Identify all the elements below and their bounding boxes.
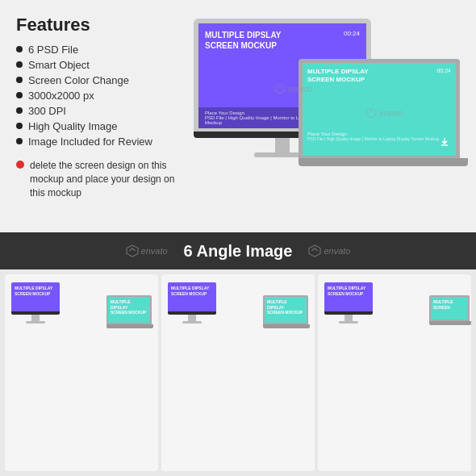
- monitor-title-text: MULTIPLE DIPSLAY SCREEN MOCKUP: [205, 30, 360, 51]
- thumb-content-1: MULTIPLE DIPSLAYSCREEN MOCKUP MULTIPLE D…: [5, 274, 158, 471]
- thumb-monitor-foot-2: [182, 321, 202, 324]
- feature-item-4: 3000x2000 px: [16, 90, 177, 102]
- laptop-screen-content: MULTIPLE DIPSLAY SCREEN MOCKUP: [303, 63, 456, 90]
- feature-item-5: 300 DPI: [16, 105, 177, 117]
- features-panel: Features 6 PSD File Smart Object Screen …: [16, 15, 177, 224]
- bullet-icon-4: [16, 92, 23, 98]
- banner-envato-left: envato: [126, 244, 168, 257]
- envato-banner-logo-right: [308, 244, 321, 257]
- laptop-screen-outer: MULTIPLE DIPSLAY SCREEN MOCKUP 00:24 Pla…: [299, 59, 460, 158]
- thumb-laptop-3: MULTIPLESCREEN: [429, 295, 471, 325]
- thumb-laptop-text-3: MULTIPLESCREEN: [431, 297, 468, 312]
- thumb-monitor-screen-2: MULTIPLE DIPSLAYSCREEN MOCKUP: [168, 282, 216, 311]
- feature-item-3: Screen Color Change: [16, 74, 177, 86]
- thumb-monitor-2: MULTIPLE DIPSLAYSCREEN MOCKUP: [168, 282, 216, 324]
- top-section: Features 6 PSD File Smart Object Screen …: [0, 0, 476, 232]
- thumb-laptop-outer-2: MULTIPLE DIPSLAYSCREEN MOCKUP: [263, 295, 308, 324]
- thumbnail-1[interactable]: MULTIPLE DIPSLAYSCREEN MOCKUP MULTIPLE D…: [5, 274, 158, 471]
- monitor-neck: [275, 138, 290, 152]
- thumbnails-row: MULTIPLE DIPSLAYSCREEN MOCKUP MULTIPLE D…: [0, 269, 476, 476]
- download-icon: [440, 136, 449, 146]
- thumb-laptop-outer-3: MULTIPLESCREEN: [429, 295, 470, 321]
- bullet-icon-7: [16, 138, 23, 144]
- monitor-time: 00:24: [344, 30, 360, 37]
- laptop-time: 00:24: [436, 68, 451, 73]
- bullet-icon-3: [16, 77, 23, 83]
- thumb-laptop-2: MULTIPLE DIPSLAYSCREEN MOCKUP: [263, 295, 310, 328]
- features-title: Features: [16, 15, 177, 35]
- envato-banner-text-right: envato: [324, 246, 350, 256]
- thumb-monitor-neck-2: [188, 315, 196, 321]
- main-container: Features 6 PSD File Smart Object Screen …: [0, 0, 476, 476]
- thumb-monitor-text-2: MULTIPLE DIPSLAYSCREEN MOCKUP: [171, 286, 213, 296]
- bullet-icon-1: [16, 46, 23, 52]
- thumb-laptop-screen-2: MULTIPLE DIPSLAYSCREEN MOCKUP: [265, 297, 307, 323]
- thumb-monitor-neck-3: [344, 315, 353, 321]
- envato-banner-text-left: envato: [141, 246, 168, 256]
- thumb-monitor-foot-1: [26, 321, 45, 324]
- thumb-monitor-screen-3: MULTIPLE DIPSLAYSCREEN MOCKUP: [324, 282, 373, 311]
- thumb-laptop-base-2: [263, 324, 310, 328]
- thumb-content-3: MULTIPLE DIPSLAYSCREEN MOCKUP MULTIPLESC…: [318, 274, 471, 471]
- thumb-monitor-text-3: MULTIPLE DIPSLAYSCREEN MOCKUP: [328, 286, 370, 296]
- feature-item-1: 6 PSD File: [16, 44, 177, 56]
- thumbnail-3[interactable]: MULTIPLE DIPSLAYSCREEN MOCKUP MULTIPLESC…: [318, 274, 471, 471]
- laptop-screen-inner: MULTIPLE DIPSLAY SCREEN MOCKUP 00:24 Pla…: [303, 63, 456, 156]
- laptop-base: [299, 158, 468, 166]
- bullet-red-icon: [16, 161, 24, 169]
- thumb-laptop-text-2: MULTIPLE DIPSLAYSCREEN MOCKUP: [265, 297, 307, 318]
- thumb-content-2: MULTIPLE DIPSLAYSCREEN MOCKUP MULTIPLE D…: [161, 274, 315, 471]
- delete-note: delete the screen design on this mockup …: [16, 159, 177, 199]
- feature-item-2: Smart Object: [16, 59, 177, 71]
- laptop-mockup: MULTIPLE DIPSLAY SCREEN MOCKUP 00:24 Pla…: [299, 59, 456, 166]
- mockup-area: MULTIPLE DIPSLAY SCREEN MOCKUP 00:24 Pla…: [186, 15, 460, 224]
- bullet-icon-2: [16, 61, 23, 68]
- thumb-monitor-neck-1: [31, 315, 40, 321]
- thumb-inner-1: MULTIPLE DIPSLAYSCREEN MOCKUP MULTIPLE D…: [5, 274, 158, 471]
- thumb-monitor-screen-1: MULTIPLE DIPSLAYSCREEN MOCKUP: [11, 282, 60, 311]
- laptop-desc: PSD File | High Quality Image | Monitor …: [307, 136, 451, 141]
- laptop-title: MULTIPLE DIPSLAY SCREEN MOCKUP: [307, 68, 451, 85]
- thumb-monitor-text-1: MULTIPLE DIPSLAYSCREEN MOCKUP: [15, 286, 56, 296]
- thumb-monitor-3: MULTIPLE DIPSLAYSCREEN MOCKUP: [324, 282, 373, 324]
- envato-banner-logo-left: [126, 244, 139, 257]
- thumb-laptop-base-1: [106, 324, 153, 328]
- thumb-monitor-1: MULTIPLE DIPSLAYSCREEN MOCKUP: [11, 282, 60, 324]
- thumb-laptop-text-1: MULTIPLE DIPSLAYSCREEN MOCKUP: [108, 297, 150, 318]
- thumb-laptop-outer-1: MULTIPLE DIPSLAYSCREEN MOCKUP: [106, 295, 152, 324]
- thumb-laptop-1: MULTIPLE DIPSLAYSCREEN MOCKUP: [106, 295, 153, 328]
- thumb-laptop-base-3: [429, 321, 471, 325]
- dark-banner: envato 6 Angle Image envato: [0, 232, 476, 269]
- banner-heading: 6 Angle Image: [184, 242, 293, 261]
- bullet-icon-5: [16, 107, 23, 114]
- thumb-inner-3: MULTIPLE DIPSLAYSCREEN MOCKUP MULTIPLESC…: [318, 274, 471, 471]
- thumb-laptop-screen-3: MULTIPLESCREEN: [431, 297, 468, 319]
- feature-item-7: Image Included for Review: [16, 136, 177, 148]
- thumb-laptop-screen-1: MULTIPLE DIPSLAYSCREEN MOCKUP: [108, 297, 150, 323]
- thumb-monitor-foot-3: [339, 321, 358, 324]
- monitor-screen-content: MULTIPLE DIPSLAY SCREEN MOCKUP: [198, 23, 366, 57]
- thumbnail-2[interactable]: MULTIPLE DIPSLAYSCREEN MOCKUP MULTIPLE D…: [161, 274, 315, 471]
- banner-envato-right: envato: [308, 244, 350, 257]
- feature-item-6: High Quality Image: [16, 120, 177, 132]
- thumb-inner-2: MULTIPLE DIPSLAYSCREEN MOCKUP MULTIPLE D…: [161, 274, 315, 471]
- bullet-icon-6: [16, 123, 23, 129]
